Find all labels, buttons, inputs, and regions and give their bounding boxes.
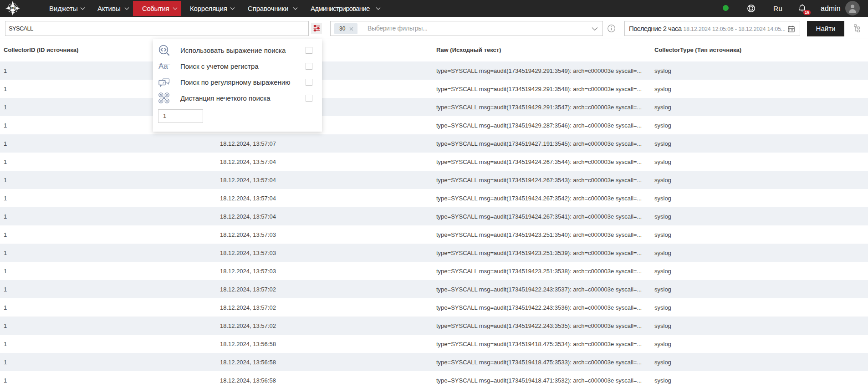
svg-text:Aa: Aa [158,62,168,71]
svg-text:SEM: SEM [10,7,15,10]
